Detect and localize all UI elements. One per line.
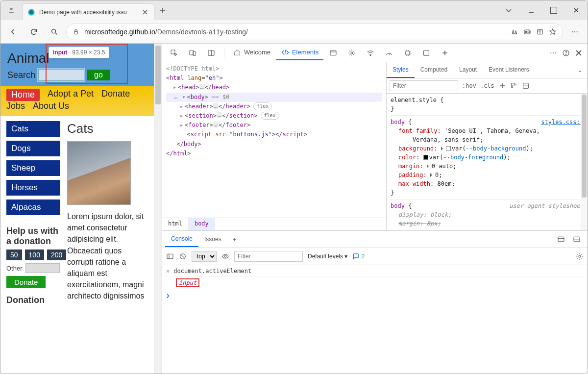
clear-console-icon[interactable]	[179, 252, 187, 260]
window-close[interactable]	[565, 0, 588, 20]
window-maximize[interactable]	[542, 0, 565, 20]
tab-computed[interactable]: Computed	[415, 62, 453, 78]
console-result[interactable]: input	[176, 278, 199, 287]
address-bar[interactable]: microsoftedge.github.io/Demos/devtools-a…	[66, 24, 563, 40]
tab-event-listeners[interactable]: Event Listeners	[483, 62, 535, 78]
console-sidebar-icon[interactable]	[166, 252, 174, 260]
styles-rules[interactable]: element.style { } body {styles.css:1 fon…	[387, 94, 588, 230]
main-heading: Cats	[67, 121, 148, 136]
styles-scrollbar[interactable]	[581, 94, 588, 230]
svg-rect-13	[208, 50, 214, 55]
nav-about[interactable]: About Us	[33, 101, 69, 111]
add-tab-icon[interactable]	[436, 44, 454, 62]
hov-toggle[interactable]: :hov	[462, 82, 476, 89]
other-label: Other	[6, 265, 23, 272]
context-select[interactable]: top	[192, 251, 217, 262]
memory-icon[interactable]	[399, 44, 416, 62]
devtools-more-icon[interactable]	[549, 49, 557, 57]
more-icon[interactable]	[566, 23, 584, 41]
tab-layout[interactable]: Layout	[453, 62, 483, 78]
read-aloud-icon[interactable]	[511, 28, 518, 36]
svg-point-0	[10, 8, 12, 10]
new-tab-button[interactable]	[154, 0, 171, 20]
devtools: Welcome Elements	[162, 44, 588, 374]
dock-side-icon[interactable]	[202, 44, 220, 62]
other-amount-input[interactable]	[25, 263, 60, 273]
computed-icon[interactable]	[522, 82, 530, 90]
styles-filter-input[interactable]	[390, 80, 458, 91]
search-label: Search	[7, 70, 35, 80]
page-scrollbar[interactable]	[154, 44, 162, 374]
performance-icon[interactable]	[380, 44, 398, 62]
svg-rect-24	[523, 83, 528, 89]
application-icon[interactable]	[324, 44, 342, 62]
tab-elements[interactable]: Elements	[276, 46, 323, 60]
svg-point-9	[577, 31, 578, 32]
svg-point-7	[572, 31, 573, 32]
reader-icon[interactable]	[536, 28, 544, 36]
device-emulation-icon[interactable]	[184, 44, 201, 62]
svg-point-3	[52, 29, 56, 33]
hd-icon[interactable]	[523, 28, 531, 36]
svg-point-2	[29, 10, 33, 14]
sidebar-alpacas[interactable]: Alpacas	[6, 199, 60, 215]
nav-donate[interactable]: Donate	[101, 89, 130, 101]
sources-icon[interactable]	[343, 44, 361, 62]
sidebar-dogs[interactable]: Dogs	[6, 141, 60, 156]
profile-button[interactable]	[0, 0, 22, 20]
sidebar-sheep[interactable]: Sheep	[6, 160, 60, 176]
tab-title: Demo page with accessibility issu	[39, 9, 137, 16]
new-rule-icon[interactable]	[498, 82, 506, 90]
paint-icon[interactable]	[510, 82, 518, 90]
tab-issues[interactable]: Issues	[198, 232, 227, 247]
svg-point-15	[351, 52, 353, 54]
favorite-icon[interactable]	[549, 28, 557, 36]
amount-100[interactable]: 100	[25, 249, 44, 260]
console-settings-icon[interactable]	[576, 252, 584, 260]
search-icon[interactable]	[46, 23, 63, 41]
window-minimize[interactable]	[520, 0, 542, 20]
chevron-down-icon[interactable]: ⌄	[572, 62, 588, 78]
amount-50[interactable]: 50	[6, 249, 22, 260]
devtools-close-icon[interactable]	[575, 49, 583, 57]
more-tabs-icon[interactable]	[417, 44, 435, 62]
drawer-add-icon[interactable]: ＋	[227, 231, 242, 248]
refresh-button[interactable]	[25, 23, 43, 41]
clear-entry-icon[interactable]: ✕	[166, 268, 170, 274]
live-expression-icon[interactable]	[221, 252, 229, 260]
inspect-element-icon[interactable]	[165, 44, 183, 62]
inspect-tooltip: input 93.99 × 23.5	[49, 47, 109, 58]
go-button[interactable]: go	[87, 70, 110, 80]
issues-badge[interactable]: 2	[352, 253, 365, 260]
drawer-panel-icon[interactable]	[553, 231, 569, 247]
tab-styles[interactable]: Styles	[387, 62, 415, 78]
tab-welcome[interactable]: Welcome	[228, 46, 275, 60]
back-button[interactable]	[4, 23, 22, 41]
svg-point-8	[574, 31, 575, 32]
sidebar-horses[interactable]: Horses	[6, 180, 60, 196]
console-output[interactable]: ✕document.activeElement input ❯	[162, 265, 588, 374]
chevron-down-icon[interactable]	[497, 0, 520, 20]
nav-home[interactable]: Home	[6, 89, 40, 101]
help-icon[interactable]	[562, 49, 570, 57]
console-prompt[interactable]: ❯	[165, 289, 585, 302]
console-filter-input[interactable]	[234, 251, 303, 262]
browser-tab[interactable]: Demo page with accessibility issu	[22, 3, 154, 20]
drawer-dock-icon[interactable]	[569, 231, 585, 247]
amount-200[interactable]: 200	[47, 249, 66, 260]
close-tab-icon[interactable]	[141, 8, 149, 16]
svg-rect-4	[74, 31, 78, 34]
dom-breadcrumb[interactable]: html body	[162, 218, 386, 230]
sidebar-cats[interactable]: Cats	[6, 121, 60, 137]
search-input[interactable]	[38, 69, 84, 81]
dom-tree[interactable]: <!DOCTYPE html> <html lang="en"> ▸<head>…	[162, 62, 386, 218]
tab-console[interactable]: Console	[165, 231, 198, 247]
rendered-page: Animal Search go input 93.99 × 23.5 Home…	[0, 44, 154, 374]
nav-adopt[interactable]: Adopt a Pet	[48, 89, 94, 101]
network-icon[interactable]	[362, 44, 379, 62]
lock-icon	[73, 28, 79, 35]
donate-button[interactable]: Donate	[6, 276, 46, 288]
cls-toggle[interactable]: .cls	[480, 82, 494, 89]
log-levels[interactable]: Default levels	[308, 253, 347, 260]
svg-point-16	[370, 55, 371, 56]
